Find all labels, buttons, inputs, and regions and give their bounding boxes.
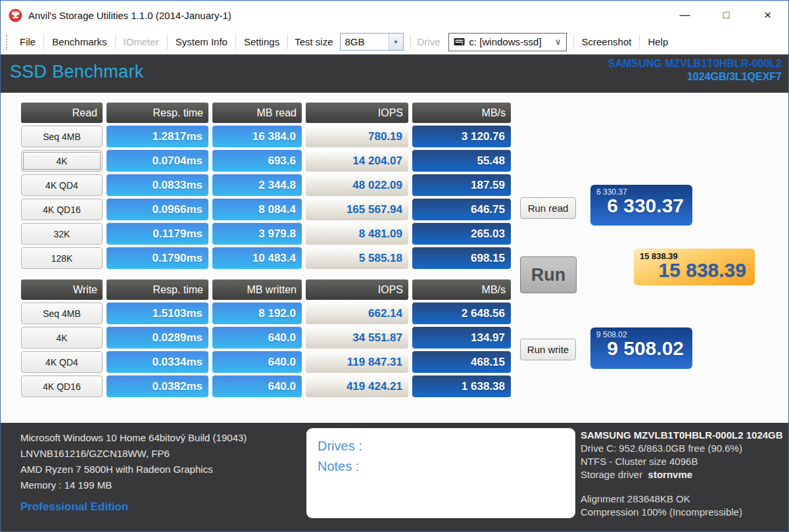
- read-32k-resp_time-value: 0.1179ms: [107, 223, 208, 245]
- cpu-info: AMD Ryzen 7 5800H with Radeon Graphics: [20, 462, 247, 477]
- read-128k-iops-value: 5 585.18: [306, 247, 408, 269]
- alignment-info: Alignment 283648KB OK: [581, 493, 788, 506]
- write-row-4k-qd4: 4K QD40.0334ms640.0119 847.31468.15: [21, 351, 511, 373]
- title-bar: Anvil's Storage Utilities 1.1.0 (2014-Ja…: [1, 1, 788, 30]
- write-row-button-4k-qd16[interactable]: 4K QD16: [21, 375, 103, 397]
- write-score-box: 9 508.02 9 508.02: [590, 327, 692, 369]
- read-128k-mb-value: 10 483.4: [212, 247, 302, 269]
- menu-screenshot[interactable]: Screenshot: [574, 36, 640, 47]
- read-seq-4mb-mbs-value: 3 120.76: [412, 126, 511, 147]
- test-size-label: Test size: [288, 36, 339, 47]
- close-button[interactable]: ×: [747, 1, 788, 30]
- run-read-button[interactable]: Run read: [520, 197, 576, 219]
- write-4k-qd4-mbs-value: 468.15: [412, 351, 511, 373]
- write-row-button-4k[interactable]: 4K: [21, 327, 103, 349]
- run-write-button[interactable]: Run write: [520, 339, 576, 360]
- mainboard-info: LNVNB161216/GZCN18WW, FP6: [20, 446, 247, 462]
- read-results-table: ReadResp. timeMB readIOPSMB/sSeq 4MB1.28…: [21, 103, 511, 272]
- read-4k-iops-value: 14 204.07: [306, 150, 408, 172]
- footer-drive-model: SAMSUNG MZVLB1T0HBLR-000L2 1024GB: [581, 429, 788, 442]
- drives-notes-box[interactable]: Drives : Notes :: [306, 428, 575, 518]
- menu-help[interactable]: Help: [640, 36, 676, 47]
- write-header-write: Write: [21, 279, 103, 300]
- read-row-button-4k-qd4[interactable]: 4K QD4: [21, 174, 103, 196]
- write-4k-resp_time-value: 0.0289ms: [107, 327, 208, 349]
- read-row-button-seq-4mb[interactable]: Seq 4MB: [21, 126, 103, 147]
- compression-info: Compression 100% (Incompressible): [581, 506, 788, 519]
- menu-benchmarks[interactable]: Benchmarks: [44, 36, 114, 47]
- read-row-button-32k[interactable]: 32K: [21, 223, 103, 245]
- drive-combobox[interactable]: c: [windows-ssd] ∨: [448, 33, 567, 51]
- menu-system-info[interactable]: System Info: [168, 36, 235, 47]
- read-128k-mbs-value: 698.15: [412, 247, 511, 269]
- read-row-4k: 4K0.0704ms693.614 204.0755.48: [21, 150, 511, 172]
- write-seq-4mb-resp_time-value: 1.5103ms: [107, 302, 208, 324]
- write-row-4k-qd16: 4K QD160.0382ms640.0419 424.211 638.38: [21, 375, 511, 397]
- page-title: SSD Benchmark: [10, 62, 143, 82]
- test-size-combobox[interactable]: 8GB ▾: [340, 33, 404, 51]
- write-4k-qd4-iops-value: 119 847.31: [306, 351, 408, 373]
- toolbar-grip[interactable]: [6, 34, 8, 50]
- read-4k-qd4-iops-value: 48 022.09: [306, 174, 408, 196]
- write-4k-mbs-value: 134.97: [412, 327, 511, 349]
- test-size-value: 8GB: [341, 34, 389, 50]
- dropdown-arrow-icon[interactable]: ▾: [389, 34, 403, 50]
- write-4k-qd4-mb-value: 640.0: [212, 351, 302, 373]
- drive-value: c: [windows-ssd]: [469, 36, 542, 47]
- read-row-128k: 128K0.1790ms10 483.45 585.18698.15: [21, 247, 511, 269]
- drives-label: Drives :: [318, 436, 564, 456]
- notes-label: Notes :: [318, 456, 564, 477]
- write-results-table: WriteResp. timeMB writtenIOPSMB/sSeq 4MB…: [21, 279, 511, 400]
- read-4k-qd16-mb-value: 8 084.4: [212, 199, 302, 220]
- read-seq-4mb-mb-value: 16 384.0: [212, 126, 302, 147]
- run-button[interactable]: Run: [520, 256, 577, 293]
- menu-file[interactable]: File: [12, 36, 43, 47]
- write-4k-iops-value: 34 551.87: [306, 327, 408, 349]
- read-row-seq-4mb: Seq 4MB1.2817ms16 384.0780.193 120.76: [21, 126, 511, 147]
- read-row-4k-qd4: 4K QD40.0833ms2 344.848 022.09187.59: [21, 174, 511, 196]
- anvil-app-window: Anvil's Storage Utilities 1.1.0 (2014-Ja…: [0, 0, 789, 532]
- read-4k-qd4-mbs-value: 187.59: [412, 174, 511, 196]
- chevron-down-icon: ∨: [555, 37, 562, 47]
- minimize-button[interactable]: —: [664, 1, 705, 30]
- write-header-resp-time: Resp. time: [107, 279, 208, 300]
- write-row-seq-4mb: Seq 4MB1.5103ms8 192.0662.142 648.56: [21, 302, 511, 324]
- benchmark-banner: SSD Benchmark SAMSUNG MZVLB1T0HBLR-000L2…: [1, 55, 788, 93]
- drive-capacity-info: Drive C: 952.6/863.0GB free (90.6%): [581, 442, 788, 455]
- drive-icon: [454, 37, 465, 46]
- drive-label: Drive: [411, 36, 447, 47]
- read-header-mb-read: MB read: [212, 103, 302, 123]
- write-4k-qd16-mb-value: 640.0: [212, 375, 302, 397]
- device-model: SAMSUNG MZVLB1T0HBLR-000L2: [608, 57, 782, 70]
- write-row-button-seq-4mb[interactable]: Seq 4MB: [21, 302, 103, 324]
- system-info-footer: Microsoft Windows 10 Home 64bitový Build…: [1, 423, 788, 531]
- read-4k-qd16-resp_time-value: 0.0966ms: [107, 199, 208, 220]
- write-4k-qd16-mbs-value: 1 638.38: [412, 375, 511, 397]
- write-seq-4mb-mb-value: 8 192.0: [212, 302, 302, 324]
- write-4k-qd4-resp_time-value: 0.0334ms: [107, 351, 208, 373]
- app-icon: [9, 9, 22, 22]
- read-header-iops: IOPS: [306, 103, 408, 123]
- benchmark-results-area: ReadResp. timeMB readIOPSMB/sSeq 4MB1.28…: [1, 93, 788, 423]
- maximize-button[interactable]: □: [705, 1, 747, 30]
- write-header-mb-written: MB written: [212, 279, 302, 300]
- read-score-box: 6 330.37 6 330.37: [590, 185, 692, 226]
- read-header-read: Read: [21, 103, 103, 123]
- window-title: Anvil's Storage Utilities 1.1.0 (2014-Ja…: [28, 10, 231, 21]
- read-4k-qd4-mb-value: 2 344.8: [212, 174, 302, 196]
- read-128k-resp_time-value: 0.1790ms: [107, 247, 208, 269]
- read-seq-4mb-iops-value: 780.19: [306, 126, 408, 147]
- write-seq-4mb-iops-value: 662.14: [306, 302, 408, 324]
- total-score-value: 15 838.39: [640, 259, 746, 281]
- read-row-button-128k[interactable]: 128K: [21, 247, 103, 269]
- write-seq-4mb-mbs-value: 2 648.56: [412, 302, 511, 324]
- read-row-button-4k-qd16[interactable]: 4K QD16: [21, 199, 103, 220]
- read-row-button-4k[interactable]: 4K: [21, 150, 103, 172]
- write-header-mb-s: MB/s: [412, 279, 511, 300]
- read-seq-4mb-resp_time-value: 1.2817ms: [107, 126, 208, 147]
- menu-settings[interactable]: Settings: [236, 36, 287, 47]
- read-32k-mb-value: 3 979.8: [212, 223, 302, 245]
- write-row-button-4k-qd4[interactable]: 4K QD4: [21, 351, 103, 373]
- read-header-mb-s: MB/s: [412, 103, 511, 123]
- os-info: Microsoft Windows 10 Home 64bitový Build…: [20, 430, 247, 446]
